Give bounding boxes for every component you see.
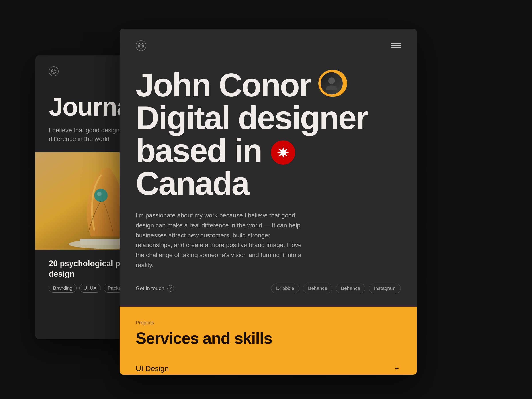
hero-footer: Get in touch ↗ Dribbble Behance Behance … (136, 284, 401, 293)
heading-line-3: based in Canada (136, 134, 401, 200)
tag-uiux[interactable]: UI,UX (79, 284, 101, 293)
service-name-0: UI Design (136, 364, 169, 373)
avatar (321, 72, 343, 95)
canada-icon (271, 140, 295, 165)
social-behance[interactable]: Behance (336, 284, 365, 293)
hero-body: I'm passionate about my work because I b… (136, 211, 304, 270)
journal-logo (49, 66, 58, 76)
social-links: Dribbble Behance Behance Instagram (271, 284, 401, 293)
svg-point-0 (51, 69, 56, 74)
hamburger-line-1 (391, 44, 401, 44)
hero-heading: John Conor Digital designer based in (136, 69, 401, 200)
section-label: Projects (136, 320, 401, 326)
hero-name: John Conor (136, 69, 311, 101)
svg-point-7 (328, 77, 335, 84)
social-dribbble[interactable]: Dribbble (271, 284, 299, 293)
plus-icon-0: + (393, 364, 401, 372)
hamburger-menu[interactable] (391, 44, 401, 48)
svg-point-5 (97, 191, 101, 196)
front-logo (136, 40, 146, 51)
avatar-pill (318, 70, 347, 97)
hero-section: John Conor Digital designer based in (120, 29, 417, 307)
section-title: Services and skills (136, 329, 401, 347)
hamburger-line-2 (391, 45, 401, 46)
hamburger-line-3 (391, 47, 401, 48)
get-in-touch-link[interactable]: Get in touch ↗ (136, 285, 174, 292)
get-in-touch-label: Get in touch (136, 285, 164, 291)
services-section: Projects Services and skills UI Design +… (120, 307, 417, 375)
social-enhance[interactable]: Behance (303, 284, 332, 293)
portfolio-card: John Conor Digital designer based in (120, 29, 417, 375)
heading-line-2: Digital designer (136, 101, 401, 134)
heading-line-1: John Conor (136, 69, 401, 101)
nav-bar (136, 40, 401, 51)
service-item-0[interactable]: UI Design + (136, 358, 401, 375)
social-instagram[interactable]: Instagram (369, 284, 401, 293)
svg-point-6 (138, 43, 143, 48)
tag-branding[interactable]: Branding (49, 284, 77, 293)
cta-arrow-icon: ↗ (167, 285, 174, 292)
